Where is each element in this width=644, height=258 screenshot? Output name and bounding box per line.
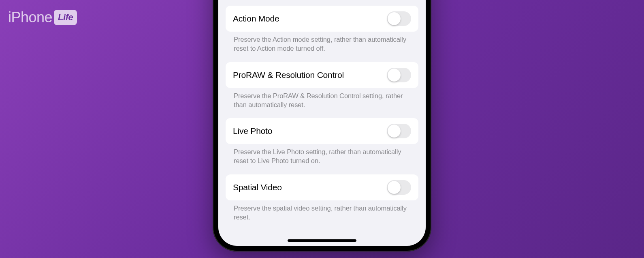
toggle-knob xyxy=(388,69,401,82)
setting-footer: Preserve the spatial video setting, rath… xyxy=(226,200,418,231)
setting-row-spatial-video[interactable]: Spatial Video xyxy=(226,174,418,200)
setting-row-action-mode[interactable]: Action Mode xyxy=(226,6,418,32)
watermark-logo: iPhone Life xyxy=(8,9,77,26)
watermark-prefix: iPhone xyxy=(8,9,52,26)
toggle-knob xyxy=(388,181,401,194)
toggle-knob xyxy=(388,125,401,138)
toggle-action-mode[interactable] xyxy=(387,11,411,26)
setting-label: Action Mode xyxy=(233,14,279,24)
toggle-live-photo[interactable] xyxy=(387,124,411,138)
toggle-spatial-video[interactable] xyxy=(387,180,411,195)
setting-footer: Preserve the Action mode setting, rather… xyxy=(226,32,418,62)
watermark-badge: Life xyxy=(54,10,77,25)
setting-row-proraw[interactable]: ProRAW & Resolution Control xyxy=(226,62,418,88)
setting-label: ProRAW & Resolution Control xyxy=(233,70,344,80)
phone-screen: Action Mode Preserve the Action mode set… xyxy=(218,0,426,246)
settings-list: Action Mode Preserve the Action mode set… xyxy=(218,0,426,246)
toggle-proraw[interactable] xyxy=(387,68,411,82)
home-indicator[interactable] xyxy=(288,239,356,242)
setting-footer: Preserve the Live Photo setting, rather … xyxy=(226,144,418,174)
toggle-knob xyxy=(388,12,401,25)
setting-row-live-photo[interactable]: Live Photo xyxy=(226,118,418,144)
setting-label: Live Photo xyxy=(233,126,272,136)
phone-frame: Action Mode Preserve the Action mode set… xyxy=(213,0,431,252)
setting-footer: Preserve the ProRAW & Resolution Control… xyxy=(226,88,418,118)
setting-label: Spatial Video xyxy=(233,183,282,192)
